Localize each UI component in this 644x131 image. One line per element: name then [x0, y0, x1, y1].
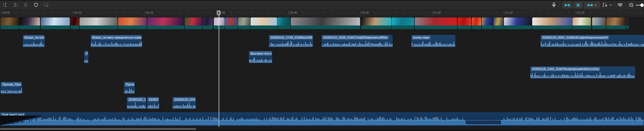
video-thumbnail	[532, 17, 572, 25]
video-clip[interactable]	[203, 17, 213, 29]
music-waveform	[0, 112, 644, 126]
clip-waveform	[411, 40, 455, 47]
timeline-tracks[interactable]: Вокал_по планВокал_не могу прицелиться н…	[0, 0, 644, 131]
video-thumbnail	[458, 17, 471, 25]
timeline-view-icon[interactable]	[616, 1, 624, 8]
clip-waveform	[147, 102, 159, 109]
video-clip[interactable]	[185, 17, 202, 29]
audio-clip[interactable]: Прочее	[124, 82, 135, 94]
clip-waveform	[541, 40, 644, 47]
playhead-handle[interactable]	[217, 11, 220, 15]
audio-clip[interactable]: 20260118_0501_01kf6z8r1qfpe9sqavxnrep4mf	[541, 35, 644, 47]
video-clip[interactable]	[592, 17, 606, 29]
playhead[interactable]	[219, 11, 219, 127]
clip-label: 20260115_1743_01kf0ksvh3fedatq7	[269, 35, 312, 39]
video-audio-strip	[80, 25, 117, 29]
video-clip[interactable]	[1, 17, 19, 29]
video-thumbnail	[504, 17, 532, 25]
trim-right-icon[interactable]	[12, 1, 19, 8]
audio-clip[interactable]: Пр	[84, 51, 88, 63]
video-thumbnail	[147, 17, 184, 25]
video-audio-strip	[71, 25, 79, 29]
video-clip[interactable]	[493, 17, 504, 29]
video-clip[interactable]	[361, 17, 391, 29]
video-thumbnail	[80, 17, 117, 25]
video-clip[interactable]	[277, 17, 290, 29]
video-clip[interactable]	[71, 17, 79, 29]
video-clip[interactable]	[415, 17, 457, 29]
cursor-select-icon[interactable]	[602, 1, 613, 8]
audio-clip[interactable]: Вокал_по план	[23, 35, 45, 47]
video-thumbnail	[626, 17, 629, 25]
trim-left-icon[interactable]	[1, 1, 9, 8]
clip-waveform	[127, 102, 146, 109]
lane-separator	[0, 64, 644, 64]
video-clip[interactable]	[238, 17, 250, 29]
delete-icon[interactable]	[22, 1, 29, 8]
audio-clip[interactable]: Вокал_не могу прицелиться норм	[91, 35, 142, 47]
clip-label: конец черн	[412, 35, 430, 39]
video-clip[interactable]	[251, 17, 277, 29]
video-clip[interactable]	[472, 17, 481, 29]
audio-clip[interactable]: Выстрел топ.mp	[249, 51, 272, 63]
microphone-icon[interactable]	[550, 1, 558, 8]
video-thumbnail	[482, 17, 493, 25]
video-clip[interactable]	[482, 17, 493, 29]
lane-separator	[0, 48, 644, 49]
video-audio-strip	[606, 25, 626, 29]
video-clip[interactable]	[225, 17, 238, 29]
video-clip[interactable]	[572, 17, 591, 29]
audio-clip[interactable]: 20260118_1341_01kf7t6cdyeqsvwhh4sh1rc2ms	[530, 66, 635, 79]
clip-waveform	[269, 40, 313, 47]
audio-clip[interactable]: Прочее_Проче	[1, 82, 22, 94]
video-clip[interactable]	[458, 17, 471, 29]
timeline-ruler[interactable]	[0, 9, 644, 17]
video-clip[interactable]	[532, 17, 572, 29]
clip-label: 2026010	[148, 98, 159, 102]
audio-clip[interactable]: 20260102_165	[127, 97, 146, 109]
video-clip[interactable]	[80, 17, 117, 29]
clip-label: Прочее_Проче	[1, 82, 21, 86]
audio-clip[interactable]: конец черн	[411, 35, 455, 47]
video-clip[interactable]	[606, 17, 626, 29]
video-audio-strip	[361, 25, 391, 29]
video-thumbnail	[225, 17, 238, 25]
link-icon[interactable]	[584, 1, 600, 9]
video-thumbnail	[277, 17, 290, 25]
video-clip[interactable]	[291, 17, 360, 29]
video-clip[interactable]	[626, 17, 629, 29]
music-clip[interactable]: Dark start1.mp3	[0, 112, 644, 126]
magnet-icon[interactable]	[562, 1, 572, 9]
video-thumbnail	[291, 17, 360, 25]
video-audio-strip	[214, 25, 225, 29]
clip-waveform	[23, 40, 45, 47]
split-frame-icon[interactable]	[42, 1, 50, 8]
audio-clip[interactable]: 2026010	[147, 97, 159, 109]
video-clip[interactable]	[19, 17, 40, 29]
video-thumbnail	[415, 17, 457, 25]
toolbar-divider	[614, 3, 615, 7]
video-clip[interactable]	[147, 17, 184, 29]
snap-burst-icon[interactable]	[573, 1, 583, 9]
video-clip[interactable]	[118, 17, 147, 29]
audio-clip[interactable]: 20260115_2326_01kf17erjdf20atpeywvry85hn	[322, 35, 393, 47]
chevron-down-icon	[594, 4, 597, 6]
zoom-slider-knob[interactable]	[640, 3, 644, 7]
video-audio-strip	[238, 25, 250, 29]
zoom-out-icon[interactable]	[627, 1, 635, 8]
video-audio-strip	[1, 25, 19, 29]
video-thumbnail	[41, 17, 70, 25]
video-clip[interactable]	[214, 17, 225, 29]
video-clip[interactable]	[41, 17, 70, 29]
video-thumbnail	[493, 17, 504, 25]
video-clip[interactable]	[504, 17, 532, 29]
clip-label: 20260118_1341_01kf7t6cdyeqsvwhh4sh1rc2ms	[531, 67, 600, 71]
mask-icon[interactable]	[32, 1, 40, 8]
audio-clip[interactable]: 20260115_1743_01kf0ksvh3fedatq7	[269, 35, 313, 47]
clip-waveform	[91, 40, 142, 47]
video-audio-strip	[277, 25, 290, 29]
video-clip[interactable]	[392, 17, 414, 29]
clip-waveform	[530, 71, 635, 79]
horizontal-scrollbar[interactable]	[0, 128, 196, 130]
audio-clip[interactable]: 20260115_0745_0	[172, 97, 196, 109]
